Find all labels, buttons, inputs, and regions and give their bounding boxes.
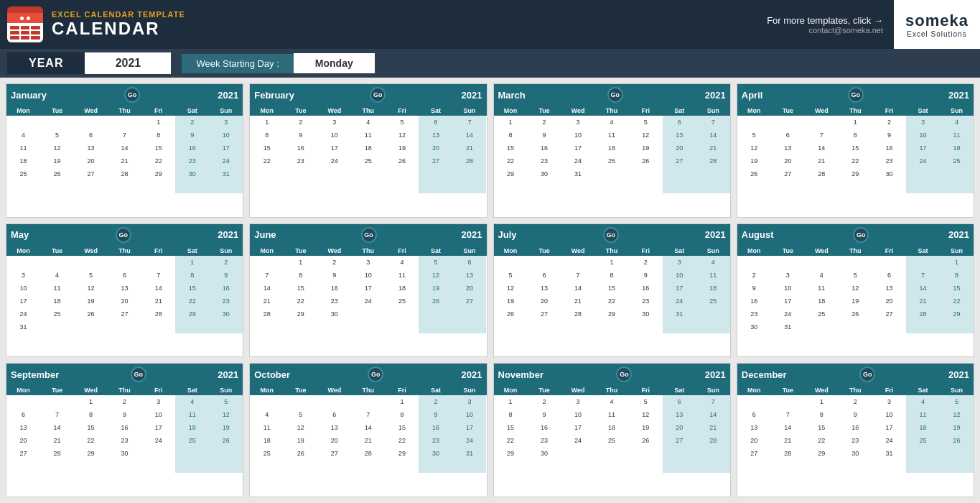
day-cell: 20 — [74, 154, 108, 167]
day-cell — [141, 256, 175, 269]
day-cell: 14 — [561, 282, 595, 295]
day-cell: 4 — [6, 129, 40, 142]
day-cell — [284, 320, 317, 333]
day-cell: 13 — [317, 421, 351, 434]
go-button-august[interactable]: Go — [853, 227, 869, 243]
day-cell: 10 — [141, 408, 175, 421]
day-cell: 5 — [839, 269, 872, 282]
day-cell — [141, 320, 175, 333]
days-grid: 1234567891011121314151617181920212223242… — [494, 395, 730, 473]
go-button-february[interactable]: Go — [370, 87, 386, 103]
day-cell: 7 — [696, 116, 730, 129]
month-header-may: MayGo2021 — [6, 224, 243, 246]
day-cell: 18 — [351, 142, 385, 154]
day-cell: 6 — [108, 269, 141, 282]
go-button-may[interactable]: Go — [116, 227, 131, 243]
day-cell: 31 — [663, 308, 696, 320]
day-cell: 15 — [839, 142, 872, 154]
day-cell — [317, 180, 351, 193]
day-cell: 17 — [141, 421, 175, 434]
day-cell: 4 — [696, 256, 730, 269]
header-info: For more templates, click → contact@some… — [767, 15, 894, 34]
day-cell: 9 — [419, 408, 452, 421]
month-may: MayGo2021MonTueWedThuFriSatSun1234567891… — [6, 223, 243, 358]
day-cell — [595, 460, 629, 473]
day-cell: 21 — [561, 295, 595, 308]
day-header: Thu — [351, 385, 385, 395]
day-cell: 10 — [663, 269, 696, 282]
day-cell — [839, 256, 872, 269]
click-arrow[interactable]: → — [874, 15, 883, 26]
go-button-july[interactable]: Go — [603, 227, 619, 243]
day-cell: 13 — [771, 142, 805, 154]
day-cell — [528, 180, 561, 193]
day-cell: 27 — [452, 295, 486, 308]
week-starting-value[interactable]: Monday — [294, 53, 375, 73]
go-button-january[interactable]: Go — [124, 87, 140, 103]
day-header-row: MonTueWedThuFriSatSun — [6, 246, 243, 256]
day-cell — [250, 395, 284, 408]
month-header-february: FebruaryGo2021 — [250, 84, 486, 106]
day-cell: 11 — [6, 142, 40, 154]
day-cell — [872, 320, 906, 333]
go-button-april[interactable]: Go — [848, 87, 864, 103]
day-cell: 30 — [872, 167, 906, 180]
day-cell — [906, 320, 940, 333]
go-button-december[interactable]: Go — [859, 366, 875, 382]
day-cell: 17 — [317, 142, 351, 154]
day-header: Mon — [250, 385, 284, 395]
day-cell — [284, 167, 317, 180]
day-cell: 17 — [6, 295, 40, 308]
go-button-june[interactable]: Go — [361, 227, 377, 243]
day-header: Fri — [872, 106, 906, 116]
day-cell: 27 — [108, 308, 141, 320]
go-button-october[interactable]: Go — [368, 366, 383, 382]
go-button-september[interactable]: Go — [131, 366, 146, 382]
day-cell: 27 — [872, 308, 906, 320]
days-grid: 1234567891011121314151617181920212223242… — [737, 395, 974, 473]
day-cell: 11 — [805, 282, 839, 295]
day-cell: 10 — [906, 129, 940, 142]
day-header: Wed — [805, 106, 839, 116]
someka-logo: someka Excel Solutions — [894, 0, 980, 49]
day-cell: 2 — [108, 395, 141, 408]
month-year: 2021 — [705, 90, 726, 101]
day-cell: 6 — [872, 269, 906, 282]
day-cell — [40, 460, 74, 473]
day-cell — [419, 308, 452, 320]
days-grid: 1234567891011121314151617181920212223242… — [494, 116, 730, 193]
day-cell — [419, 320, 452, 333]
go-button-november[interactable]: Go — [616, 366, 632, 382]
day-cell — [351, 320, 385, 333]
day-cell: 7 — [351, 408, 385, 421]
day-cell: 9 — [284, 129, 317, 142]
year-value[interactable]: 2021 — [85, 52, 171, 74]
day-header: Fri — [629, 106, 663, 116]
day-cell — [771, 180, 805, 193]
day-cell: 25 — [595, 154, 629, 167]
day-cell: 8 — [805, 408, 839, 421]
day-cell: 13 — [872, 282, 906, 295]
day-cell: 28 — [250, 308, 284, 320]
days-grid: 1234567891011121314151617181920212223242… — [6, 256, 243, 333]
day-cell: 15 — [250, 142, 284, 154]
day-cell: 27 — [74, 167, 108, 180]
day-cell — [209, 460, 243, 473]
day-cell: 24 — [771, 308, 805, 320]
day-cell: 29 — [595, 308, 629, 320]
day-cell — [737, 460, 771, 473]
days-grid: 1234567891011121314151617181920212223242… — [494, 256, 730, 333]
day-cell — [452, 460, 486, 473]
go-button-march[interactable]: Go — [607, 87, 623, 103]
day-cell: 3 — [561, 395, 595, 408]
day-cell: 14 — [771, 421, 805, 434]
day-cell: 29 — [839, 167, 872, 180]
day-cell: 18 — [385, 282, 419, 295]
day-cell: 19 — [737, 154, 771, 167]
day-cell: 15 — [595, 282, 629, 295]
month-header-december: DecemberGo2021 — [737, 364, 974, 385]
day-cell: 2 — [839, 395, 872, 408]
day-cell — [839, 320, 872, 333]
day-cell — [284, 395, 317, 408]
month-name: August — [742, 229, 774, 240]
